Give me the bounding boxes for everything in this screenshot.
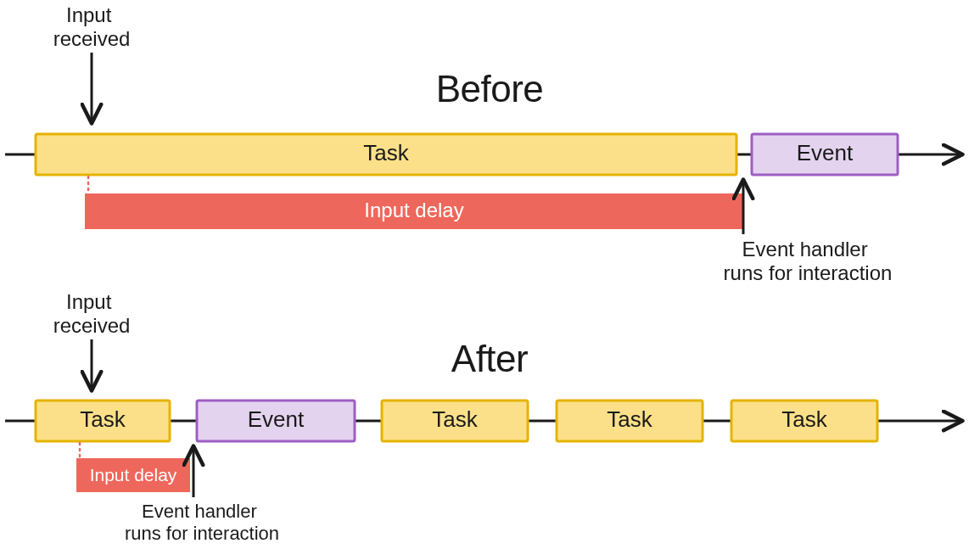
before-title: Before — [436, 68, 544, 109]
after-handler-note: Event handler runs for interaction — [125, 501, 279, 544]
after-task1-label: Task — [80, 406, 126, 432]
before-event-label: Event — [797, 140, 854, 165]
before-input-received: Input received — [53, 3, 131, 50]
before-delay-label: Input delay — [364, 199, 463, 221]
after-section: After Input received Task Event Task Tas… — [5, 290, 959, 543]
after-event-label: Event — [248, 406, 305, 432]
after-title: After — [451, 338, 528, 379]
after-task2-label: Task — [432, 406, 478, 432]
after-task3-label: Task — [607, 406, 652, 432]
before-section: Before Input received Task Event Input d… — [5, 3, 959, 284]
after-input-received: Input received — [53, 290, 131, 337]
after-delay-label: Input delay — [90, 465, 177, 485]
after-task4-label: Task — [781, 406, 827, 432]
before-task-label: Task — [363, 140, 409, 165]
before-handler-note: Event handler runs for interaction — [724, 238, 893, 284]
timing-diagram: Before Input received Task Event Input d… — [0, 0, 980, 549]
